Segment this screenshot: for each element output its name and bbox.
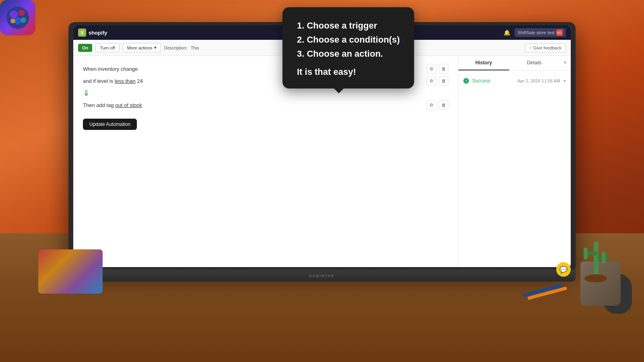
- tooltip-footer: It is that easy!: [297, 67, 400, 77]
- update-automation-button[interactable]: Update Automation: [83, 119, 137, 130]
- tab-details[interactable]: Details: [509, 56, 560, 70]
- flow-arrow-icon: ⇓: [83, 88, 448, 98]
- svg-point-2: [19, 10, 25, 16]
- condition-link[interactable]: less than: [115, 78, 136, 84]
- condition-settings-button[interactable]: ⚙: [427, 76, 436, 86]
- bell-icon[interactable]: 🔔: [504, 29, 510, 36]
- history-item[interactable]: ✓ Success Apr 2, 2024 11:56 AM ▾: [463, 76, 566, 86]
- cactus-decoration: [580, 233, 612, 286]
- action-settings-button[interactable]: ⚙: [427, 100, 436, 110]
- svg-rect-10: [602, 251, 606, 263]
- condition-actions: ⚙ 🗑: [427, 76, 448, 86]
- store-name: ShiftSale store test: [518, 30, 555, 35]
- desk-tablet-decoration: [38, 249, 103, 294]
- action-delete-button[interactable]: 🗑: [439, 100, 448, 110]
- svg-rect-6: [594, 241, 599, 278]
- store-avatar: RC: [556, 29, 563, 36]
- action-prefix: Then add tag: [83, 102, 114, 108]
- store-selector[interactable]: ShiftSale store test RC: [514, 28, 566, 37]
- tab-history[interactable]: History: [458, 56, 509, 70]
- more-actions-label: More actions: [127, 45, 153, 50]
- feedback-label: Give feedback: [533, 45, 561, 50]
- tablet-screen: [38, 249, 103, 294]
- action-link[interactable]: out of stock: [115, 102, 142, 108]
- shopify-name: shopify: [89, 30, 107, 36]
- history-date: Apr 2, 2024 11:56 AM: [518, 78, 560, 83]
- description-value: This: [191, 45, 199, 50]
- shopify-icon: S: [78, 29, 86, 37]
- tooltip-bubble: 1. Choose a trigger 2. Choose a conditio…: [283, 7, 414, 88]
- svg-rect-8: [584, 247, 588, 259]
- description-label: Description:: [164, 45, 188, 50]
- tooltip-item-2: 2. Choose a condition(s): [297, 33, 400, 47]
- trigger-settings-button[interactable]: ⚙: [427, 64, 436, 74]
- feedback-icon: ↑: [529, 45, 532, 50]
- svg-point-11: [584, 274, 607, 282]
- action-row: Then add tag out of stock ⚙ 🗑: [83, 100, 448, 110]
- chat-icon: 💬: [559, 266, 568, 267]
- history-status: Success: [472, 78, 490, 84]
- tooltip-item-1: 1. Choose a trigger: [297, 19, 400, 33]
- right-panel-tabs: History Details ×: [458, 56, 571, 71]
- turn-off-button[interactable]: Turn off: [95, 43, 119, 52]
- success-icon: ✓: [463, 78, 469, 84]
- on-button[interactable]: On: [78, 44, 92, 52]
- svg-point-4: [10, 19, 15, 23]
- svg-point-1: [10, 10, 18, 19]
- condition-prefix: and if level is: [83, 78, 113, 84]
- condition-delete-button[interactable]: 🗑: [439, 76, 448, 86]
- amos-logo[interactable]: [0, 0, 35, 35]
- more-actions-button[interactable]: More actions ▾: [123, 43, 161, 52]
- shopify-logo: S shopify: [78, 29, 107, 37]
- chevron-down-icon: ▾: [154, 45, 157, 50]
- feedback-button[interactable]: ↑ Give feedback: [525, 43, 566, 52]
- action-actions: ⚙ 🗑: [427, 100, 448, 110]
- laptop-keyboard: onplerne: [68, 269, 576, 282]
- close-panel-button[interactable]: ×: [559, 56, 571, 70]
- tooltip-item-3: 3. Choose an action.: [297, 47, 400, 61]
- action-text: Then add tag out of stock: [83, 102, 423, 108]
- right-panel: History Details × ✓ Success Apr 2, 2024 …: [458, 56, 571, 267]
- trigger-delete-button[interactable]: 🗑: [439, 64, 448, 74]
- condition-value: 24: [137, 78, 142, 84]
- svg-point-5: [21, 17, 26, 23]
- history-content: ✓ Success Apr 2, 2024 11:56 AM ▾: [458, 71, 571, 91]
- trigger-actions: ⚙ 🗑: [427, 64, 448, 74]
- history-expand-icon[interactable]: ▾: [564, 78, 566, 84]
- laptop-brand: onplerne: [310, 274, 335, 278]
